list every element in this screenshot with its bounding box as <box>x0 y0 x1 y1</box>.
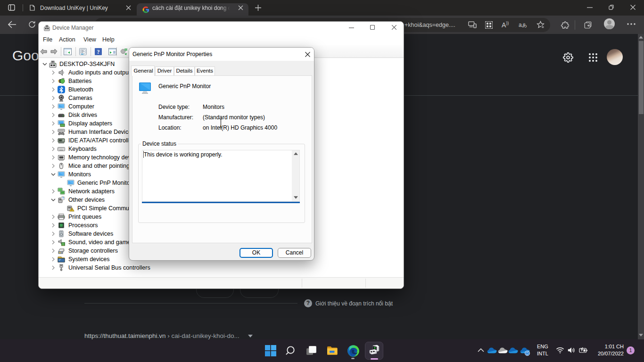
svg-text:?: ? <box>62 197 64 200</box>
svg-text:?: ? <box>97 49 100 55</box>
